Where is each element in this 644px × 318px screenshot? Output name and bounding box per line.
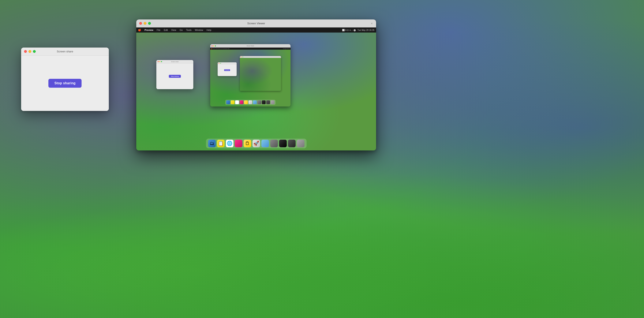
inner-sv-titlebar: Screen Viewer (210, 44, 290, 48)
inner-screen-share-content: Stop sharing (156, 64, 193, 89)
dock-stickies-icon[interactable]: 🗒 (244, 140, 251, 147)
inner-sv-close-tl (212, 46, 212, 46)
sv-menu-tools[interactable]: Tools (186, 29, 192, 31)
sv-screen-content: Screen share Stop sharing Screen Viewer … (136, 32, 376, 150)
inner-dock-launchpad (248, 100, 252, 104)
inner-screen-share-title: Screen share (171, 61, 179, 62)
dock-image-viewer-icon[interactable] (261, 140, 269, 147)
inner-screen-viewer-window: Screen Viewer 🍎 Preview File Edit View G… (210, 44, 290, 106)
mini-sv-min-tl (242, 57, 242, 57)
inner-dock-chrome (235, 100, 239, 104)
inner-dock-notes (231, 100, 234, 104)
dock-script-icon[interactable] (288, 140, 296, 147)
dock-chrome-icon[interactable]: 🌐 (226, 140, 234, 147)
sv-menubar-right: ⬜ A ⊟ ≋ ⌿ ⬤ Tue May 28 16:35 (342, 29, 374, 31)
sv-maximize-traffic-light[interactable] (148, 22, 151, 25)
traffic-lights (24, 50, 36, 53)
screen-viewer-window: Screen Viewer × 🍎 Preview File Edit View… (136, 20, 376, 150)
dock-notes-icon[interactable]: 📋 (217, 140, 224, 147)
sv-status-icons: ⬜ A ⊟ ≋ ⌿ ⬤ (342, 29, 356, 31)
sv-menu-file[interactable]: File (157, 29, 160, 31)
inner-dock-finder (226, 100, 230, 104)
screen-viewer-titlebar: Screen Viewer × (136, 20, 376, 28)
sv-menu-go[interactable]: Go (180, 29, 183, 31)
screen-share-window: Screen share Stop sharing (21, 48, 109, 111)
mini-sv-titlebar (240, 56, 281, 58)
screen-viewer-title: Screen Viewer (247, 22, 265, 25)
stop-sharing-button[interactable]: Stop sharing (48, 79, 81, 88)
sv-traffic-lights (139, 22, 151, 25)
sv-menubar: 🍎 Preview File Edit View Go Tools Window… (136, 28, 376, 32)
mini-min-tl (219, 63, 220, 64)
inner-dock-script (266, 100, 270, 104)
mini-sv-max-tl (242, 57, 243, 57)
sv-menu-preview[interactable]: Preview (144, 29, 154, 31)
sv-menu-help[interactable]: Help (206, 29, 211, 31)
mini-close-tl (218, 63, 219, 64)
inner-dock-trash (271, 100, 274, 104)
sv-time: Tue May 28 16:35 (358, 29, 374, 31)
mini-max-tl (220, 63, 221, 64)
dock-finder-icon[interactable]: 🗂 (208, 140, 216, 147)
inner-dock-sysprefs (257, 100, 261, 104)
inner-sv-max-tl (215, 46, 216, 46)
sv-close-traffic-light[interactable] (139, 22, 142, 25)
inner-stop-sharing-button[interactable]: Stop sharing (169, 75, 181, 78)
inner-sv-dock (225, 100, 276, 105)
inner-sv-traffic-lights (212, 46, 216, 46)
sv-menu-window[interactable]: Window (195, 29, 203, 31)
dock-intellij-icon[interactable] (235, 140, 242, 147)
inner-dock-intellij (240, 100, 244, 104)
inner-dock-image (253, 100, 257, 104)
dock-trash-icon[interactable] (297, 140, 304, 147)
inner-min-tl (159, 61, 160, 62)
close-traffic-light[interactable] (24, 50, 27, 53)
dock-blackhole-icon[interactable] (279, 140, 287, 147)
mini-sv-close-tl (240, 57, 241, 57)
mini-sv-content (240, 58, 281, 91)
mini-screen-share: Stop sharing (218, 62, 237, 76)
sv-minimize-traffic-light[interactable] (144, 22, 146, 25)
sv-apple-menu[interactable]: 🍎 (138, 28, 141, 32)
screen-share-titlebar: Screen share (21, 48, 109, 56)
inner-traffic-lights (158, 61, 162, 62)
inner-sv-title: Screen Viewer (246, 45, 254, 46)
screen-share-content: Stop sharing (21, 56, 109, 111)
inner-sv-content: Stop sharing (210, 50, 290, 106)
minimize-traffic-light[interactable] (28, 50, 31, 53)
maximize-traffic-light[interactable] (33, 50, 36, 53)
mini-ss-content: Stop sharing (218, 64, 237, 76)
inner-max-tl (161, 61, 162, 62)
inner-screen-share-window: Screen share Stop sharing (156, 60, 193, 89)
sv-menu-edit[interactable]: Edit (164, 29, 168, 31)
dock-launchpad-icon[interactable]: 🚀 (252, 140, 260, 147)
inner-dock-stickies (244, 100, 248, 104)
inner-screen-share-titlebar: Screen share (156, 60, 193, 64)
sv-close-icon[interactable]: × (370, 22, 373, 25)
inner-sv-min-tl (213, 46, 214, 46)
mini-stop-button: Stop sharing (224, 69, 230, 71)
sv-menu-view[interactable]: View (171, 29, 176, 31)
dock-sysprefs-icon[interactable] (270, 140, 278, 147)
screen-share-title: Screen share (57, 50, 73, 53)
inner-close-tl (158, 61, 159, 62)
mini-ss-titlebar (218, 62, 237, 64)
inner-dock-blackhole (262, 100, 266, 104)
mini-screen-viewer (240, 56, 281, 91)
sv-dock: 🗂 📋 🌐 🗒 🚀 (206, 138, 306, 148)
